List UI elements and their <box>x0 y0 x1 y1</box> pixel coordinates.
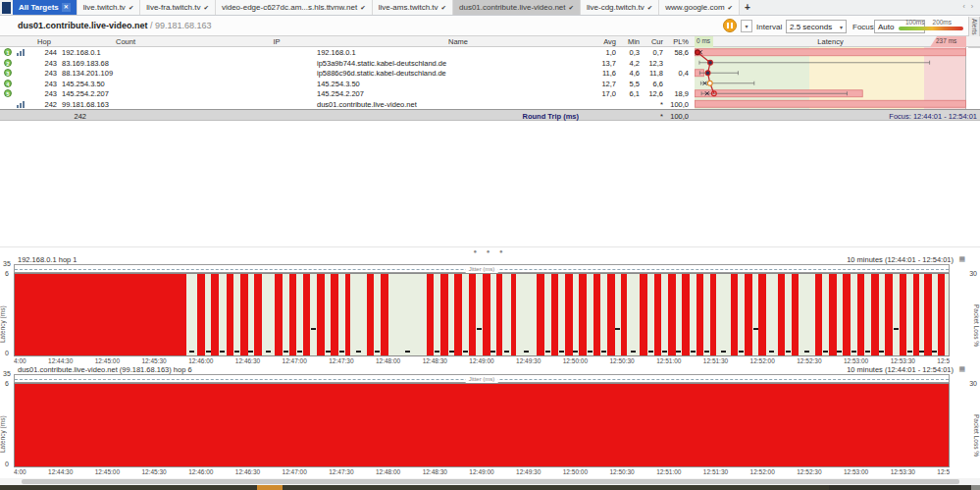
time-tick-label: 12:47:00 <box>283 468 307 475</box>
summary-count: 242 <box>57 112 86 121</box>
time-tick-label: 12:47:00 <box>283 357 307 364</box>
time-tick-label: 12:49:30 <box>516 357 541 364</box>
latency-tick <box>266 351 271 353</box>
latency-axis-max: 6 <box>5 270 9 277</box>
latency-color-scale: 100ms 200ms <box>899 19 963 30</box>
timeline-graph-hop1: 192.168.0.1 hop 1 10 minutes (12:44:01 -… <box>0 255 980 365</box>
packet-loss-bar <box>924 274 932 355</box>
chevron-down-icon: ▾ <box>840 24 843 30</box>
packet-loss-bar <box>289 274 297 355</box>
latency-tick <box>865 351 870 353</box>
hop-count: 243 <box>27 80 57 88</box>
time-tick-label: 12:47:30 <box>329 468 353 475</box>
grid-icon[interactable]: ▦ <box>958 255 965 263</box>
graph-range-selector[interactable]: 10 minutes (12:44:01 - 12:54:01) <box>847 255 954 264</box>
loss-plot-area[interactable] <box>14 383 950 467</box>
check-icon: ✔ <box>647 4 652 12</box>
latency-tick <box>189 351 194 353</box>
packet-loss-bar <box>15 384 950 466</box>
horizontal-scrollbar[interactable] <box>0 478 980 485</box>
hop-avg: 1,0 <box>587 48 616 57</box>
hop-avg: 12,7 <box>587 80 616 88</box>
time-tick-label: 12:44:30 <box>48 468 73 475</box>
focus-label: Focus <box>852 23 874 31</box>
hop-name: 145.254.2.207 <box>317 89 587 98</box>
tab-dus01-contribute-live-video-net[interactable]: dus01.contribute.live-video.net✔ <box>453 0 581 15</box>
pause-dropdown[interactable]: ▾ <box>741 20 752 32</box>
table-row-hop-1[interactable]: 1244192.168.0.1192.168.0.11,00,30,758,6 <box>0 47 980 58</box>
table-row-hop-4[interactable]: 4243145.254.3.50145.254.3.5012,75,56,6 <box>0 79 980 89</box>
latency-tick <box>739 351 744 353</box>
packet-loss-bar <box>381 274 388 355</box>
latency-tick <box>691 351 696 353</box>
hop-count: 242 <box>27 100 57 109</box>
loss-axis-max: 30 <box>969 380 977 387</box>
latency-tick <box>326 351 331 353</box>
packet-loss-bar <box>511 274 517 355</box>
latency-tick <box>919 351 924 353</box>
interval-value: 2.5 seconds <box>790 23 832 31</box>
latency-tick <box>449 351 454 353</box>
hop-status-badge: 3 <box>4 69 12 77</box>
time-tick-label: 12:44:00 <box>14 357 26 364</box>
latency-tick <box>206 351 211 353</box>
packet-loss-bar <box>900 274 907 355</box>
table-row-hop-3[interactable]: 324388.134.201.109ip5886c96d.static.kabe… <box>0 68 980 79</box>
latency-scale-min: 0 ms <box>695 36 713 47</box>
loss-axis-label: Packet Loss % <box>973 293 980 357</box>
check-icon: ✔ <box>728 4 733 12</box>
close-icon[interactable]: ✕ <box>62 3 71 12</box>
target-separator: / <box>148 21 156 30</box>
time-tick-label: 12:50:00 <box>563 357 588 364</box>
tab-label: dus01.contribute.live-video.net <box>459 3 566 12</box>
hop-cur: 12,3 <box>638 59 663 68</box>
tab-live-twitch-tv[interactable]: live.twitch.tv✔ <box>77 0 141 15</box>
hop-min: 5,5 <box>614 80 640 88</box>
tab-label: All Targets <box>19 3 59 12</box>
tab-all-targets[interactable]: All Targets✕ <box>13 0 77 15</box>
loss-axis-max: 30 <box>969 270 977 277</box>
hop-count: 243 <box>27 59 57 68</box>
packet-loss-bar <box>551 274 559 355</box>
timeline-graph-icon[interactable] <box>17 49 26 56</box>
tab-live-fra-twitch-tv[interactable]: live-fra.twitch.tv✔ <box>140 0 216 15</box>
grid-icon[interactable]: ▦ <box>958 365 965 373</box>
interval-select[interactable]: 2.5 seconds ▾ <box>786 20 847 33</box>
table-row-hop-6[interactable]: 24299.181.68.163dus01.contribute.live-vi… <box>0 99 980 110</box>
time-tick-label: 12:51:00 <box>656 357 681 364</box>
graph-range-selector[interactable]: 10 minutes (12:44:01 - 12:54:01) <box>847 365 954 374</box>
timeline-graph-icon[interactable] <box>17 101 26 108</box>
tab-live-ams-twitch-tv[interactable]: live-ams.twitch.tv✔ <box>373 0 453 15</box>
tab-label: www.google.com <box>665 3 724 12</box>
new-tab-button[interactable]: + <box>740 0 755 15</box>
latency-tick <box>704 351 709 353</box>
loss-plot-area[interactable] <box>14 273 950 356</box>
latency-tick <box>648 351 653 353</box>
tab-live-cdg-twitch-tv[interactable]: live-cdg.twitch.tv✔ <box>581 0 659 15</box>
scrollbar-thumb[interactable] <box>22 479 959 484</box>
packet-loss-bar <box>211 274 219 355</box>
tab-nav-arrows-icon[interactable]: ‹ › <box>962 0 980 15</box>
summary-row[interactable]: 242 Round Trip (ms) * 100,0 Focus: 12:44… <box>0 109 980 121</box>
pane-splitter[interactable]: ● ● ● <box>0 246 980 255</box>
tab-video-edge-c627dc-am-s-hls-ttvnw-net[interactable]: video-edge-c627dc.am...s.hls.ttvnw.net✔ <box>216 0 373 15</box>
tab-www-google-com[interactable]: www.google.com✔ <box>659 0 740 15</box>
latency-tick <box>837 351 842 353</box>
packet-loss-bar <box>331 274 338 355</box>
time-tick-label: 12:48:00 <box>376 468 400 475</box>
latency-tick <box>311 328 316 330</box>
tab-bar: All Targets✕live.twitch.tv✔live-fra.twit… <box>0 0 980 16</box>
table-row-hop-2[interactable]: 224383.169.183.68ip53a9b744.static.kabel… <box>0 58 980 69</box>
hop-ip: 145.254.2.207 <box>62 89 312 98</box>
header-avg: Avg <box>587 37 616 46</box>
table-row-hop-5[interactable]: 5243145.254.2.207145.254.2.20717,06,112,… <box>0 88 980 99</box>
packet-loss-bar <box>469 274 477 355</box>
latency-tick <box>248 351 253 353</box>
target-title: dus01.contribute.live-video.net / 99.181… <box>18 21 212 30</box>
latency-tick <box>524 351 529 353</box>
latency-tick <box>463 351 468 353</box>
latency-tick <box>769 351 774 353</box>
latency-tick <box>405 351 410 353</box>
jitter-label: Jitter (ms) <box>466 376 498 383</box>
pause-button[interactable] <box>723 19 737 32</box>
